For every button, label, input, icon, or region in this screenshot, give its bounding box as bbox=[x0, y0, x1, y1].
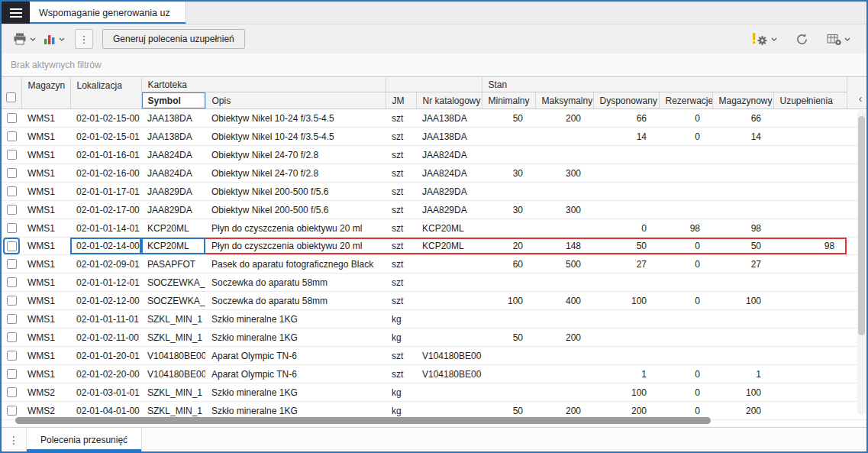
row-checkbox[interactable] bbox=[7, 351, 17, 361]
cell-opis[interactable]: Soczewka do aparatu 58mm bbox=[205, 273, 386, 292]
cell-nr-katalogowy[interactable] bbox=[416, 292, 482, 310]
cell-minimalny[interactable] bbox=[482, 365, 535, 383]
cell-maksymalny[interactable] bbox=[535, 347, 593, 365]
cell-lokalizacja[interactable]: 02-01-01-20-01 bbox=[70, 347, 141, 365]
cell-rezerwacje[interactable]: 0 bbox=[659, 238, 712, 255]
table-row[interactable]: WMS102-01-01-12-01SOCZEWKA_5Soczewka do … bbox=[2, 273, 866, 292]
cell-dysponowany[interactable]: 1 bbox=[593, 365, 659, 383]
cell-jm[interactable]: szt bbox=[386, 183, 416, 201]
cell-magazynowy[interactable] bbox=[712, 273, 773, 292]
cell-lokalizacja[interactable]: 02-01-02-09-01 bbox=[70, 255, 141, 273]
cell-magazynowy[interactable]: 100 bbox=[712, 292, 773, 310]
cell-minimalny[interactable] bbox=[482, 383, 535, 402]
cell-nr-katalogowy[interactable]: JAA829DA bbox=[416, 201, 482, 219]
vertical-scrollbar-thumb[interactable] bbox=[858, 116, 865, 335]
cell-dysponowany[interactable]: 27 bbox=[593, 255, 659, 273]
cell-uzupelnienia[interactable] bbox=[773, 219, 847, 238]
cell-magazyn[interactable]: WMS1 bbox=[21, 128, 70, 146]
cell-symbol[interactable]: JAA138DA bbox=[141, 128, 205, 146]
col-header-symbol[interactable]: Symbol bbox=[141, 92, 205, 109]
cell-uzupelnienia[interactable] bbox=[773, 347, 847, 365]
cell-magazyn[interactable]: WMS1 bbox=[21, 146, 70, 164]
cell-opis[interactable]: Szkło mineralne 1KG bbox=[205, 310, 386, 328]
cell-magazynowy[interactable] bbox=[712, 183, 773, 201]
cell-rezerwacje[interactable]: 0 bbox=[659, 128, 712, 146]
cell-symbol[interactable]: JAA824DA bbox=[141, 164, 205, 183]
row-checkbox[interactable] bbox=[7, 168, 17, 178]
cell-magazynowy[interactable]: 14 bbox=[712, 128, 773, 146]
col-header-minimalny[interactable]: Minimalny bbox=[482, 92, 535, 109]
cell-nr-katalogowy[interactable] bbox=[416, 328, 482, 347]
cell-rezerwacje[interactable] bbox=[659, 347, 712, 365]
cell-jm[interactable]: szt bbox=[386, 201, 416, 219]
cell-uzupelnienia[interactable] bbox=[773, 328, 847, 347]
cell-dysponowany[interactable]: 66 bbox=[593, 109, 659, 128]
cell-lokalizacja[interactable]: 02-01-01-16-01 bbox=[70, 146, 141, 164]
row-checkbox[interactable] bbox=[7, 406, 17, 416]
table-row[interactable]: WMS202-01-03-01-01SZKL_MIN_1Szkło minera… bbox=[2, 383, 866, 402]
generate-replenishment-button[interactable]: Generuj polecenia uzupełnień bbox=[102, 29, 245, 49]
cell-uzupelnienia[interactable] bbox=[773, 201, 847, 219]
cell-uzupelnienia[interactable] bbox=[773, 273, 847, 292]
cell-rezerwacje[interactable]: 0 bbox=[659, 109, 712, 128]
cell-magazynowy[interactable]: 100 bbox=[712, 383, 773, 402]
cell-maksymalny[interactable] bbox=[535, 183, 593, 201]
table-row[interactable]: WMS102-01-02-17-00JAA829DAObiektyw Nikel… bbox=[2, 201, 866, 219]
cell-jm[interactable]: kg bbox=[386, 383, 416, 402]
cell-jm[interactable]: szt bbox=[386, 109, 416, 128]
cell-minimalny[interactable] bbox=[482, 347, 535, 365]
cell-minimalny[interactable] bbox=[482, 219, 535, 238]
cell-nr-katalogowy[interactable]: JAA829DA bbox=[416, 183, 482, 201]
cell-rezerwacje[interactable] bbox=[659, 183, 712, 201]
cell-rezerwacje[interactable]: 0 bbox=[659, 365, 712, 383]
cell-maksymalny[interactable]: 200 bbox=[535, 109, 593, 128]
cell-dysponowany[interactable] bbox=[593, 347, 659, 365]
table-row[interactable]: WMS102-01-02-11-00SZKL_MIN_1Szkło minera… bbox=[2, 328, 866, 347]
cell-symbol[interactable]: SZKL_MIN_1 bbox=[141, 310, 205, 328]
cell-uzupelnienia[interactable] bbox=[773, 183, 847, 201]
row-checkbox[interactable] bbox=[7, 205, 17, 215]
cell-rezerwacje[interactable] bbox=[659, 273, 712, 292]
row-checkbox[interactable] bbox=[7, 387, 17, 397]
chart-button[interactable] bbox=[40, 30, 69, 48]
cell-symbol[interactable]: JAA138DA bbox=[141, 109, 205, 128]
cell-dysponowany[interactable] bbox=[593, 201, 659, 219]
cell-jm[interactable]: szt bbox=[386, 365, 416, 383]
cell-maksymalny[interactable]: 500 bbox=[535, 255, 593, 273]
cell-symbol[interactable]: JAA829DA bbox=[141, 201, 205, 219]
cell-maksymalny[interactable]: 300 bbox=[535, 164, 593, 183]
horizontal-scrollbar[interactable] bbox=[5, 417, 853, 425]
table-row[interactable]: WMS102-01-02-09-01PASAPFOTPasek do apara… bbox=[2, 255, 866, 273]
table-row[interactable]: WMS102-01-01-17-01JAA829DAObiektyw Nikel… bbox=[2, 183, 866, 201]
cell-dysponowany[interactable]: 50 bbox=[593, 238, 659, 255]
cell-minimalny[interactable] bbox=[482, 310, 535, 328]
cell-dysponowany[interactable] bbox=[593, 183, 659, 201]
cell-minimalny[interactable] bbox=[482, 273, 535, 292]
cell-nr-katalogowy[interactable]: JAA138DA bbox=[416, 128, 482, 146]
cell-opis[interactable]: Obiektyw Nikel 10-24 f/3.5-4.5 bbox=[205, 128, 386, 146]
cell-dysponowany[interactable] bbox=[593, 146, 659, 164]
row-checkbox[interactable] bbox=[7, 296, 17, 306]
table-row[interactable]: WMS102-01-02-16-00JAA824DAObiektyw Nikel… bbox=[2, 164, 866, 183]
cell-magazyn[interactable]: WMS1 bbox=[21, 183, 70, 201]
cell-jm[interactable]: szt bbox=[386, 292, 416, 310]
cell-jm[interactable]: szt bbox=[386, 146, 416, 164]
cell-lokalizacja[interactable]: 02-01-01-17-01 bbox=[70, 183, 141, 201]
cell-minimalny[interactable] bbox=[482, 128, 535, 146]
cell-magazynowy[interactable]: 50 bbox=[712, 238, 773, 255]
cell-magazyn[interactable]: WMS1 bbox=[21, 347, 70, 365]
cell-uzupelnienia[interactable]: 98 bbox=[773, 238, 847, 255]
col-header-opis[interactable]: Opis bbox=[205, 92, 386, 109]
cell-magazynowy[interactable] bbox=[712, 310, 773, 328]
cell-dysponowany[interactable]: 0 bbox=[593, 219, 659, 238]
table-row[interactable]: WMS102-01-02-14-00KCP20MLPłyn do czyszcz… bbox=[2, 238, 866, 255]
col-header-jm[interactable]: JM bbox=[386, 92, 416, 109]
table-row[interactable]: WMS102-01-01-16-01JAA824DAObiektyw Nikel… bbox=[2, 146, 866, 164]
cell-minimalny[interactable] bbox=[482, 146, 535, 164]
cell-magazynowy[interactable] bbox=[712, 164, 773, 183]
cell-symbol[interactable]: SOCZEWKA_5 bbox=[141, 292, 205, 310]
cell-symbol[interactable]: SOCZEWKA_5 bbox=[141, 273, 205, 292]
cell-maksymalny[interactable] bbox=[535, 383, 593, 402]
table-row[interactable]: WMS102-01-02-15-00JAA138DAObiektyw Nikel… bbox=[2, 109, 866, 128]
cell-rezerwacje[interactable]: 0 bbox=[659, 292, 712, 310]
